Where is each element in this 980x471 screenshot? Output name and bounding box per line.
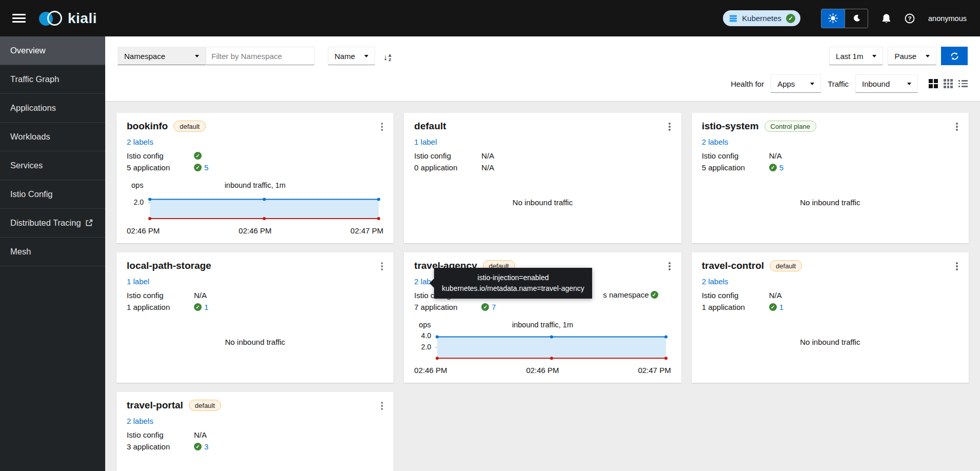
x-tick-label: 02:46 PM: [239, 226, 271, 235]
arrow-down-icon: [383, 53, 387, 62]
chart-y-axis: 4.02.0: [414, 331, 436, 361]
namespace-grid: bookinfo default 2 labels Istio config 5…: [116, 113, 969, 471]
sidebar-item-label: Istio Config: [10, 189, 53, 199]
x-tick-label: 02:46 PM: [526, 366, 559, 375]
check-circle-icon: [481, 303, 489, 311]
sort-by-select[interactable]: Name: [328, 47, 375, 65]
brand-text: kiali: [68, 10, 97, 27]
namespace-card-travel-portal: travel-portal default 2 labels Istio con…: [116, 392, 394, 471]
x-tick-label: 02:47 PM: [638, 366, 671, 375]
chart-title: inbound traffic, 1m: [127, 181, 383, 189]
cluster-name: Kubernetes: [742, 14, 781, 23]
no-traffic-text: No inbound traffic: [414, 173, 671, 235]
namespace-type-badge: default: [770, 260, 802, 271]
healthy-apps-count[interactable]: 5: [204, 163, 208, 172]
labels-link[interactable]: 2 labels: [702, 277, 729, 286]
card-header: local-path-storage: [127, 260, 383, 271]
sidebar-item-label: Mesh: [10, 247, 31, 257]
namespace-card-istio-system: istio-system Control plane 2 labels Isti…: [692, 113, 969, 243]
applications-health: 5: [194, 163, 208, 172]
healthy-apps-count[interactable]: 1: [779, 303, 783, 311]
kebab-menu-button[interactable]: [380, 401, 384, 411]
sidebar-item-label: Services: [10, 161, 43, 170]
istio-config-status: N/A: [769, 291, 782, 300]
x-tick-label: 02:46 PM: [127, 226, 160, 235]
caret-down-icon: [364, 55, 368, 57]
help-button[interactable]: ?: [905, 13, 915, 24]
istio-config-label: Istio config: [127, 291, 194, 300]
healthy-apps-count[interactable]: 5: [779, 163, 783, 172]
sidebar-item-overview[interactable]: Overview: [0, 36, 105, 65]
labels-link[interactable]: 1 label: [414, 138, 437, 146]
sidebar-item-mesh[interactable]: Mesh: [0, 238, 105, 266]
healthy-apps-count[interactable]: 1: [204, 303, 208, 311]
kebab-menu-button[interactable]: [668, 261, 672, 271]
notifications-button[interactable]: [881, 13, 891, 24]
istio-config-row: Istio config N/A: [702, 150, 958, 162]
kebab-menu-button[interactable]: [955, 122, 959, 132]
sidebar-item-distributed-tracing[interactable]: Distributed Tracing: [0, 209, 105, 238]
light-theme-button[interactable]: [821, 9, 845, 28]
istio-config-row: Istio config N/A: [702, 289, 958, 301]
check-circle-icon: [194, 164, 202, 171]
sidebar-item-label: Distributed Tracing: [10, 218, 81, 228]
inbound-traffic-chart: inbound traffic, 1mops4.02.002:46 PM02:4…: [414, 321, 671, 375]
health-for-value: Apps: [777, 80, 795, 88]
applications-row: 1 application 1: [127, 301, 383, 313]
sidebar-item-services[interactable]: Services: [0, 151, 105, 180]
health-for-select[interactable]: Apps: [771, 74, 821, 93]
kebab-menu-button[interactable]: [380, 261, 384, 271]
app-header: kiali Kubernetes ? anonymou: [0, 0, 980, 36]
time-range-select[interactable]: Last 1m: [829, 47, 883, 65]
sidebar-item-workloads[interactable]: Workloads: [0, 123, 105, 151]
y-tick-label: 2.0: [134, 198, 144, 206]
a-z-icon: [388, 54, 391, 62]
username[interactable]: anonymous: [928, 14, 967, 23]
cluster-healthy-check-icon: [786, 14, 795, 23]
applications-health: 7: [481, 303, 496, 311]
traffic-direction-select[interactable]: Inbound: [855, 74, 918, 93]
traffic-direction-value: Inbound: [862, 80, 890, 88]
theme-toggle: [821, 9, 868, 28]
menu-toggle-icon[interactable]: [12, 14, 26, 23]
kebab-menu-button[interactable]: [668, 122, 672, 132]
cluster-icon: [729, 14, 737, 23]
sidebar-item-istio-config[interactable]: Istio Config: [0, 180, 105, 209]
refresh-button[interactable]: [941, 47, 968, 65]
labels-link[interactable]: 2 labels: [127, 417, 153, 425]
overview-content: bookinfo default 2 labels Istio config 5…: [105, 101, 980, 471]
namespace-name: default: [414, 121, 446, 132]
svg-text:?: ?: [908, 15, 912, 22]
compact-view-button[interactable]: [929, 79, 938, 88]
refresh-mode-select[interactable]: Pause: [888, 47, 936, 65]
namespace-card-travel-agency: travel-agency default 2 labels Istio con…: [404, 252, 681, 383]
namespace-type-badge: Control plane: [765, 121, 816, 132]
dark-theme-button[interactable]: [845, 9, 868, 28]
sidebar-item-traffic-graph[interactable]: Traffic Graph: [0, 65, 105, 94]
labels-link[interactable]: 2 labels: [127, 138, 153, 146]
namespace-filter-input[interactable]: [206, 47, 315, 65]
healthy-apps-count[interactable]: 7: [492, 303, 496, 311]
istio-config-label: Istio config: [702, 291, 769, 300]
traffic-sparkline: [436, 331, 668, 361]
sidebar-item-applications[interactable]: Applications: [0, 94, 105, 123]
list-view-button[interactable]: [958, 80, 968, 87]
applications-count-label: 1 application: [127, 303, 194, 311]
sidebar-nav: OverviewTraffic GraphApplicationsWorkloa…: [0, 36, 105, 471]
istio-config-status: N/A: [194, 291, 207, 300]
sidebar-item-label: Overview: [10, 46, 46, 55]
check-circle-icon: [769, 303, 777, 311]
cluster-badge[interactable]: Kubernetes: [723, 10, 800, 26]
kebab-menu-button[interactable]: [955, 261, 959, 271]
kebab-menu-button[interactable]: [380, 122, 384, 132]
expand-view-button[interactable]: [944, 79, 953, 88]
chart-y-axis-unit: ops: [131, 181, 143, 189]
kiali-brand[interactable]: kiali: [39, 10, 97, 27]
moon-icon: [852, 14, 861, 23]
istio-config-status: N/A: [769, 151, 782, 160]
labels-link[interactable]: 2 labels: [702, 138, 729, 146]
labels-link[interactable]: 1 label: [127, 277, 149, 286]
healthy-apps-count[interactable]: 3: [204, 442, 208, 451]
sort-direction-button[interactable]: [383, 50, 391, 62]
filter-type-select[interactable]: Namespace: [117, 47, 206, 65]
